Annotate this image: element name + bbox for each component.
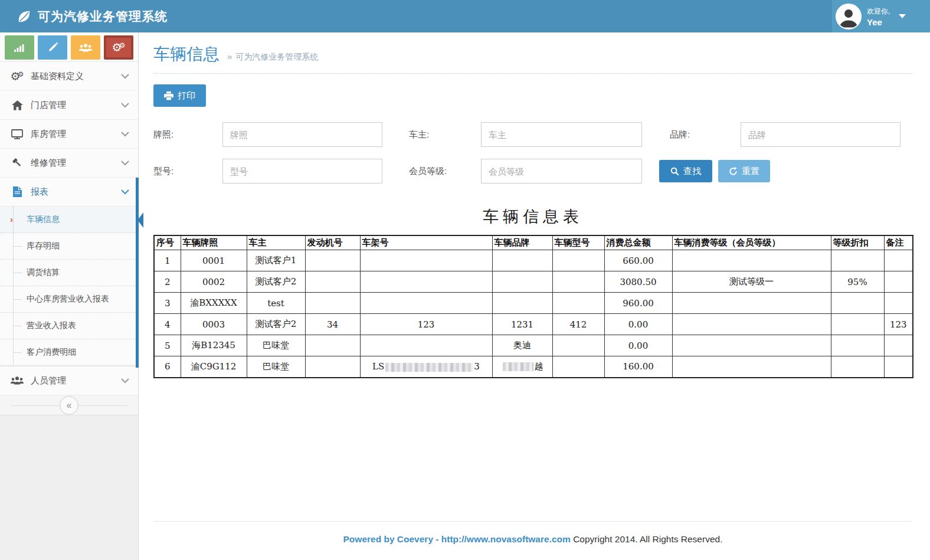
table-row: 5海B12345巴味堂奥迪0.00 xyxy=(154,335,913,356)
search-icon xyxy=(670,167,679,176)
filter-actions: 查找 重置 xyxy=(659,160,900,182)
column-header: 序号 xyxy=(154,235,181,250)
table-row: 3渝BXXXXXtest960.00 xyxy=(154,293,913,314)
reset-icon xyxy=(729,167,738,176)
monitor-icon xyxy=(10,129,24,139)
table-cell: 测试客户2 xyxy=(247,271,305,293)
sidebar-item-vehicle-info[interactable]: › 车辆信息 xyxy=(0,207,138,233)
user-menu[interactable]: 欢迎你, Yee xyxy=(832,0,930,32)
table-cell xyxy=(360,335,492,356)
owner-input[interactable] xyxy=(481,122,642,147)
print-label: 打印 xyxy=(178,90,195,101)
brand-input[interactable] xyxy=(741,122,900,147)
main-content: 车辆信息 »可为汽修业务管理系统 打印 牌照: 车主: 品牌: 型号: xyxy=(139,32,930,560)
table-row: 6渝C9G112巴味堂LS3越160.00 xyxy=(154,356,913,378)
table-cell: 2 xyxy=(154,271,181,293)
member-level-label: 会员等级: xyxy=(409,166,481,177)
users-shortcut-button[interactable] xyxy=(71,35,100,60)
model-label: 型号: xyxy=(153,166,222,177)
page-footer: Powered by Coevery - http://www.novasoft… xyxy=(153,521,912,545)
sidebar-item-label: 库房管理 xyxy=(31,129,66,140)
pencil-shortcut-button[interactable] xyxy=(38,35,67,60)
table-cell xyxy=(884,271,913,293)
sidebar-item-revenue-report[interactable]: › 营业收入报表 xyxy=(0,313,138,339)
model-input[interactable] xyxy=(222,159,382,184)
chevron-down-icon xyxy=(121,161,129,166)
welcome-label: 欢迎你, xyxy=(867,7,890,15)
sidebar-item-base-data[interactable]: ⚙⚙ 基础资料定义 xyxy=(0,62,138,91)
table-cell xyxy=(831,356,884,378)
sidebar: ⚙⚙ ⚙⚙ 基础资料定义 门店管理 xyxy=(0,32,139,560)
table-cell: 0.00 xyxy=(604,314,672,335)
member-level-input[interactable] xyxy=(481,159,642,184)
redacted-blur xyxy=(503,362,533,371)
sidebar-item-label: 基础资料定义 xyxy=(31,71,84,82)
sidebar-nav: ⚙⚙ 基础资料定义 门店管理 库房管理 xyxy=(0,62,138,395)
column-header: 车架号 xyxy=(360,235,492,250)
submenu-label: 客户消费明细 xyxy=(27,347,76,358)
column-header: 车辆牌照 xyxy=(181,235,247,250)
table-cell: 巴味堂 xyxy=(247,356,305,378)
table-cell: 0001 xyxy=(181,250,247,271)
sidebar-item-personnel-mgmt[interactable]: 人员管理 xyxy=(0,366,138,395)
sidebar-item-reports[interactable]: 报表 xyxy=(0,178,138,207)
sidebar-filler xyxy=(0,415,138,560)
redacted-blur xyxy=(385,363,473,372)
table-cell: 160.00 xyxy=(604,356,672,378)
column-header: 消费总金额 xyxy=(604,235,672,250)
table-cell xyxy=(672,314,831,335)
column-header: 等级折扣 xyxy=(831,235,884,250)
bar-chart-shortcut-button[interactable] xyxy=(5,35,34,60)
printer-icon xyxy=(164,91,173,100)
table-cell xyxy=(360,271,492,293)
sidebar-item-label: 人员管理 xyxy=(31,375,66,387)
table-cell: 渝C9G112 xyxy=(181,356,247,378)
print-button[interactable]: 打印 xyxy=(153,84,206,107)
table-cell xyxy=(305,293,360,314)
chevron-down-icon xyxy=(121,74,129,79)
table-cell: 6 xyxy=(154,356,181,378)
breadcrumb-sep-icon: » xyxy=(227,51,232,61)
sidebar-item-inventory-detail[interactable]: › 库存明细 xyxy=(0,233,138,260)
brand-label: 品牌: xyxy=(670,129,741,140)
gears-shortcut-button[interactable]: ⚙⚙ xyxy=(104,35,133,60)
column-header: 备注 xyxy=(884,235,913,250)
table-cell xyxy=(831,250,884,271)
app-title: 可为汽修业务管理系统 xyxy=(38,8,168,25)
chevron-down-icon xyxy=(121,132,129,137)
table-cell: 123 xyxy=(360,314,492,335)
sidebar-item-store-mgmt[interactable]: 门店管理 xyxy=(0,91,138,120)
submenu-label: 库存明细 xyxy=(27,241,60,251)
search-button[interactable]: 查找 xyxy=(659,160,712,182)
sidebar-item-repair-mgmt[interactable]: 维修管理 xyxy=(0,149,138,178)
table-cell xyxy=(552,271,604,293)
sidebar-collapse-button[interactable]: « xyxy=(60,396,78,415)
chevron-down-icon xyxy=(121,378,129,384)
sidebar-item-central-warehouse-revenue[interactable]: › 中心库房营业收入报表 xyxy=(0,286,138,313)
active-arrow-icon: › xyxy=(10,215,13,224)
sidebar-item-customer-consumption[interactable]: › 客户消费明细 xyxy=(0,339,138,366)
table-cell xyxy=(305,271,360,293)
copyright-text: Copyright 2014. All Rights Reserved. xyxy=(573,534,722,544)
table-cell: 巴味堂 xyxy=(247,335,305,356)
reset-button[interactable]: 重置 xyxy=(718,160,770,182)
leaf-logo-icon xyxy=(17,9,32,24)
sidebar-item-label: 维修管理 xyxy=(31,158,66,169)
license-plate-input[interactable] xyxy=(222,122,382,147)
table-cell xyxy=(305,335,360,356)
table-cell: 123 xyxy=(884,314,913,335)
table-cell xyxy=(305,250,360,271)
sidebar-item-warehouse-mgmt[interactable]: 库房管理 xyxy=(0,120,138,149)
sidebar-item-label: 报表 xyxy=(31,186,48,198)
chevron-down-icon xyxy=(121,189,129,195)
table-cell xyxy=(552,356,604,378)
table-cell: 1 xyxy=(154,250,181,271)
username: Yee xyxy=(867,17,882,27)
table-cell: 34 xyxy=(305,314,360,335)
home-icon xyxy=(10,100,24,110)
sidebar-item-transfer-settlement[interactable]: › 调货结算 xyxy=(0,260,138,286)
table-cell: 测试等级一 xyxy=(672,271,831,293)
shortcut-toolbar: ⚙⚙ xyxy=(0,32,138,62)
powered-by-link[interactable]: Powered by Coevery - http://www.novasoft… xyxy=(343,534,571,544)
table-cell: 412 xyxy=(552,314,604,335)
